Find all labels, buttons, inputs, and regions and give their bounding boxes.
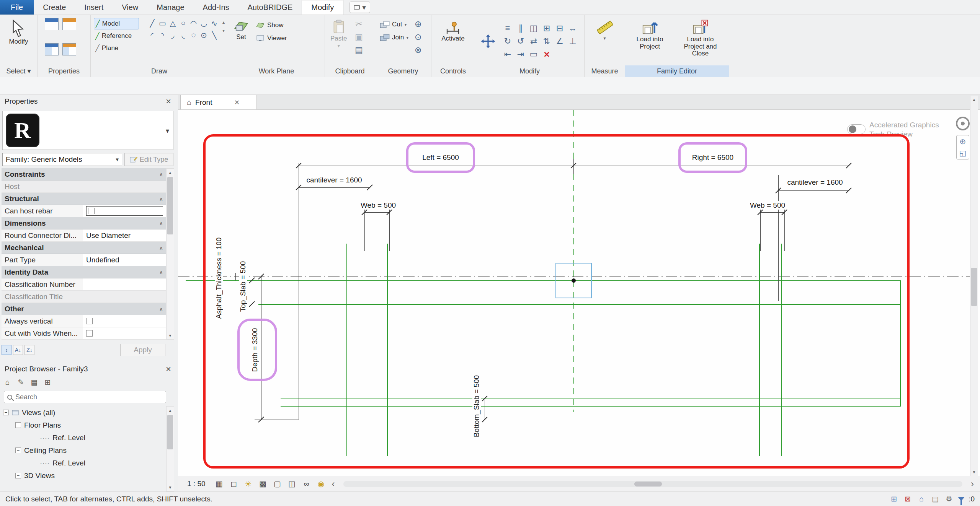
visual-style-icon[interactable]: ◻ — [228, 478, 240, 490]
web-left-dimension-line[interactable] — [364, 212, 389, 213]
top-slab-bottom-line[interactable] — [258, 304, 900, 305]
sort-default-icon[interactable]: ↕ — [2, 345, 11, 355]
collapse-icon[interactable]: ∧ — [159, 269, 163, 275]
right-edge-witness-line[interactable] — [849, 163, 849, 377]
tree-item-ceiling-plans[interactable]: − Ceiling Plans — [0, 444, 166, 457]
partial-ellipse-tool-icon[interactable]: ◟ — [178, 30, 188, 40]
sort-ascending-icon[interactable]: A↓ — [13, 345, 23, 355]
cope-icon[interactable]: ⊗ — [413, 44, 423, 56]
cut-geometry-button[interactable]: Cut ▾ — [378, 19, 410, 30]
scroll-up-icon[interactable]: ▲ — [970, 96, 978, 103]
scroll-down-icon[interactable]: ▼ — [970, 468, 978, 476]
line-tool-icon[interactable]: ╱ — [147, 18, 157, 28]
mirror-pick-axis-icon[interactable]: ◫ — [527, 22, 540, 34]
bottom-slab-bottom-line[interactable] — [281, 406, 900, 407]
depth-dimension-line[interactable] — [261, 277, 261, 420]
dimension-label-web-left[interactable]: Web = 500 — [359, 201, 397, 210]
detail-level-icon[interactable]: ▦ — [213, 478, 225, 490]
worksharing-icon[interactable]: ⊞ — [889, 494, 899, 504]
reference-line-button[interactable]: ╱ Reference — [94, 30, 139, 42]
editable-only-icon[interactable]: ⊠ — [903, 494, 913, 504]
dimension-label-right[interactable]: Right = 6500 — [691, 153, 735, 162]
split-with-gap-icon[interactable]: ↔ — [566, 22, 579, 34]
temporary-hide-isolate-icon[interactable]: ∞ — [301, 478, 313, 490]
tab-create[interactable]: Create — [34, 0, 75, 15]
tab-insert[interactable]: Insert — [75, 0, 113, 15]
property-row-cut-with-voids[interactable]: Cut with Voids When... — [2, 327, 166, 340]
scroll-down-icon[interactable]: ▼ — [167, 483, 174, 491]
rectangle-tool-icon[interactable]: ▭ — [157, 18, 168, 28]
properties-palette-header[interactable]: Properties × — [0, 95, 176, 107]
dimension-label-asphalt-thickness[interactable]: Asphalt_Thickness = 100 — [215, 236, 223, 321]
move-tool-button[interactable] — [478, 32, 498, 50]
design-options-icon[interactable]: ⌂ — [916, 494, 926, 504]
right-cantilever-witness-line[interactable] — [778, 175, 779, 301]
pick-faces-tool-icon[interactable]: ⊙ — [199, 30, 209, 40]
tab-file[interactable]: File — [0, 0, 34, 15]
browser-edit-icon[interactable]: ✎ — [16, 377, 26, 387]
asphalt-dimension-line[interactable] — [235, 273, 236, 280]
demolish-icon[interactable]: ⊙ — [413, 31, 423, 43]
dimension-label-bottom-slab[interactable]: Bottom_Slab = 500 — [472, 374, 481, 439]
property-row-classification-number[interactable]: Classification Number — [2, 278, 166, 291]
tangent-arc-tool-icon[interactable]: ◝ — [157, 30, 168, 40]
reference-plane-button[interactable]: ╱ Plane — [94, 42, 139, 54]
property-row-host[interactable]: Host — [2, 181, 166, 193]
always-vertical-checkbox[interactable] — [86, 318, 93, 324]
arc-tool-icon[interactable]: ◠ — [188, 18, 199, 28]
browser-expand-icon[interactable]: ⊞ — [42, 377, 53, 387]
cut-to-clipboard-icon[interactable]: ✂ — [352, 18, 365, 30]
steering-wheel-icon[interactable] — [956, 117, 970, 130]
tree-item-ref-level-ceiling[interactable]: ···· Ref. Level — [0, 457, 166, 469]
center-arc-tool-icon[interactable]: ◡ — [199, 18, 209, 28]
ribbon-options-button[interactable]: ▾ — [350, 2, 370, 13]
tree-item-views-all[interactable]: − Views (all) — [0, 406, 166, 419]
family-category-icon[interactable] — [45, 43, 59, 55]
edit-profile-icon[interactable]: ▭ — [527, 48, 540, 60]
paint-icon[interactable]: ⊕ — [413, 18, 423, 30]
tree-item-floor-plans[interactable]: − Floor Plans — [0, 419, 166, 431]
pick-lines-tool-icon[interactable]: ◌ — [188, 30, 199, 40]
dimension-label-web-right[interactable]: Web = 500 — [748, 201, 787, 210]
right-edge-reference-line[interactable] — [900, 280, 901, 407]
properties-palette-icon[interactable] — [45, 18, 59, 30]
cantilever-right-dimension-line[interactable] — [778, 190, 849, 191]
center-reference-line[interactable] — [573, 110, 574, 412]
tree-item-ref-level-floor[interactable]: ···· Ref. Level — [0, 431, 166, 444]
tab-manage[interactable]: Manage — [147, 0, 193, 15]
close-icon[interactable]: × — [166, 364, 171, 374]
property-row-classification-title[interactable]: Classification Title — [2, 291, 166, 303]
select-panel-label[interactable]: Select ▾ — [0, 65, 37, 77]
modify-tool-button[interactable]: Modify — [7, 18, 30, 47]
top-slab-dimension-line[interactable] — [252, 280, 252, 304]
left-web-reference-line[interactable] — [346, 244, 347, 456]
join-geometry-button[interactable]: Join ▾ — [378, 32, 410, 43]
property-group-other[interactable]: Other∧ — [2, 303, 166, 315]
top-slab-top-line[interactable] — [186, 280, 900, 281]
tab-modify[interactable]: Modify — [302, 0, 343, 15]
dimension-label-cantilever-left[interactable]: cantilever = 1600 — [305, 176, 363, 184]
collapse-box-icon[interactable]: − — [15, 447, 21, 453]
pin-icon[interactable]: ⇤ — [501, 48, 514, 60]
canvas-vertical-scrollbar[interactable]: ▲ ▼ — [970, 96, 978, 476]
family-selector-combobox[interactable]: Family: Generic Models ▾ — [2, 153, 122, 166]
property-grid-scrollbar[interactable]: ▲ ▼ — [166, 168, 174, 340]
family-types-icon[interactable] — [62, 18, 76, 30]
collapse-icon[interactable]: ∧ — [159, 306, 163, 312]
draw-scroll-up-icon[interactable]: ▴ — [222, 20, 225, 25]
left-web-reference-line-2[interactable] — [387, 244, 388, 456]
bottom-slab-top-line[interactable] — [281, 399, 900, 399]
align-icon[interactable]: ≡ — [501, 22, 514, 34]
type-properties-icon[interactable] — [62, 43, 76, 55]
press-drag-icon[interactable]: ⚙ — [944, 494, 954, 504]
array-icon[interactable]: ⇅ — [540, 35, 553, 47]
property-row-always-vertical[interactable]: Always vertical — [2, 315, 166, 327]
collapse-box-icon[interactable]: − — [15, 422, 21, 428]
left-cantilever-witness-line[interactable] — [370, 175, 370, 301]
collapse-icon[interactable]: ∧ — [159, 171, 163, 177]
show-work-plane-button[interactable]: Show — [254, 20, 289, 31]
browser-search-box[interactable] — [4, 391, 166, 403]
fillet-arc-tool-icon[interactable]: ◜ — [147, 30, 157, 40]
circle-tool-icon[interactable]: ○ — [178, 18, 188, 28]
property-group-structural[interactable]: Structural∧ — [2, 193, 166, 205]
